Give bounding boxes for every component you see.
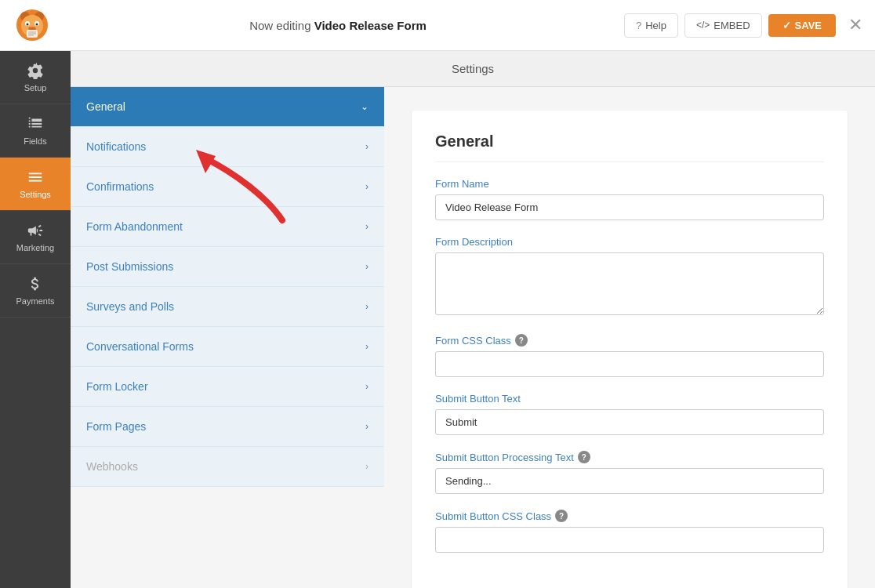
form-description-group: Form Description [435, 236, 824, 318]
submit-button-text-input[interactable] [435, 409, 824, 435]
settings-content: General Form Name Form Description [384, 87, 875, 588]
sidebar-item-confirmations[interactable]: Confirmations › [71, 167, 384, 207]
payments-icon [27, 275, 44, 292]
submit-button-processing-group: Submit Button Processing Text ? [435, 451, 824, 494]
svg-point-7 [36, 24, 38, 26]
submit-button-css-group: Submit Button CSS Class ? [435, 510, 824, 553]
settings-icon [27, 169, 44, 186]
chevron-right-icon: › [365, 141, 369, 152]
embed-button[interactable]: </> EMBED [684, 13, 762, 38]
sidebar-item-notifications[interactable]: Notifications › [71, 127, 384, 167]
chevron-right-icon: › [365, 261, 369, 272]
submit-button-processing-input[interactable] [435, 468, 824, 494]
sidebar-item-marketing[interactable]: Marketing [0, 211, 71, 264]
sidebar-item-payments[interactable]: Payments [0, 264, 71, 318]
marketing-icon [27, 222, 44, 239]
close-button[interactable]: ✕ [848, 16, 862, 34]
sidebar-item-settings[interactable]: Settings [0, 158, 71, 211]
form-css-class-input[interactable] [435, 351, 824, 377]
embed-code-icon: </> [696, 20, 710, 31]
sidebar-item-surveys-polls[interactable]: Surveys and Polls › [71, 287, 384, 327]
side-nav: Setup Fields Settings Marketing Payments [0, 51, 71, 588]
settings-sidebar: General ⌄ Notifications › Confirmations … [71, 87, 384, 487]
chevron-right-icon: › [365, 381, 369, 392]
top-bar-actions: ? Help </> EMBED ✓ SAVE ✕ [624, 13, 862, 38]
form-title: Now editing Video Release Form [52, 19, 624, 32]
form-description-label: Form Description [435, 236, 824, 248]
svg-point-6 [27, 24, 29, 26]
chevron-right-icon: › [365, 301, 369, 312]
general-card: General Form Name Form Description [412, 111, 848, 588]
sidebar-item-post-submissions[interactable]: Post Submissions › [71, 247, 384, 287]
sidebar-item-form-locker[interactable]: Form Locker › [71, 367, 384, 407]
sidebar-item-form-abandonment[interactable]: Form Abandonment › [71, 207, 384, 247]
submit-button-css-input[interactable] [435, 527, 824, 553]
sidebar-item-general[interactable]: General ⌄ [71, 87, 384, 127]
submit-button-processing-help-icon[interactable]: ? [578, 451, 590, 463]
sidebar-item-webhooks[interactable]: Webhooks › [71, 447, 384, 487]
setup-icon [27, 62, 44, 79]
form-css-class-group: Form CSS Class ? [435, 334, 824, 377]
settings-sidebar-wrapper: General ⌄ Notifications › Confirmations … [71, 87, 384, 588]
sidebar-item-form-pages[interactable]: Form Pages › [71, 407, 384, 447]
sidebar-item-fields[interactable]: Fields [0, 104, 71, 158]
form-name-input[interactable] [435, 194, 824, 220]
chevron-right-icon: › [365, 461, 369, 472]
form-name-group: Form Name [435, 178, 824, 220]
settings-header: Settings [71, 51, 875, 87]
chevron-right-icon: › [365, 181, 369, 192]
form-description-textarea[interactable] [435, 252, 824, 315]
submit-button-text-label: Submit Button Text [435, 393, 824, 405]
chevron-right-icon: › [365, 341, 369, 352]
chevron-right-icon: › [365, 221, 369, 232]
settings-area: Settings General ⌄ Notifications › [71, 51, 875, 588]
fields-icon [27, 115, 44, 132]
save-button[interactable]: ✓ SAVE [768, 14, 836, 37]
main-wrapper: Setup Fields Settings Marketing Payments [0, 51, 875, 588]
form-name-label: Form Name [435, 178, 824, 190]
settings-body: General ⌄ Notifications › Confirmations … [71, 87, 875, 588]
sidebar-item-conversational-forms[interactable]: Conversational Forms › [71, 327, 384, 367]
top-bar: Now editing Video Release Form ? Help </… [0, 0, 875, 51]
chevron-right-icon: › [365, 421, 369, 432]
checkmark-icon: ✓ [782, 20, 791, 31]
help-icon: ? [636, 20, 641, 31]
form-css-class-help-icon[interactable]: ? [515, 334, 528, 347]
sidebar-item-setup[interactable]: Setup [0, 51, 71, 104]
submit-button-css-help-icon[interactable]: ? [555, 510, 568, 522]
chevron-down-icon: ⌄ [361, 101, 369, 112]
app-logo [13, 5, 52, 45]
help-button[interactable]: ? Help [624, 13, 678, 38]
submit-button-text-group: Submit Button Text [435, 393, 824, 435]
submit-button-processing-label: Submit Button Processing Text ? [435, 451, 824, 463]
submit-button-css-label: Submit Button CSS Class ? [435, 510, 824, 522]
form-css-class-label: Form CSS Class ? [435, 334, 824, 347]
general-title: General [435, 132, 824, 162]
